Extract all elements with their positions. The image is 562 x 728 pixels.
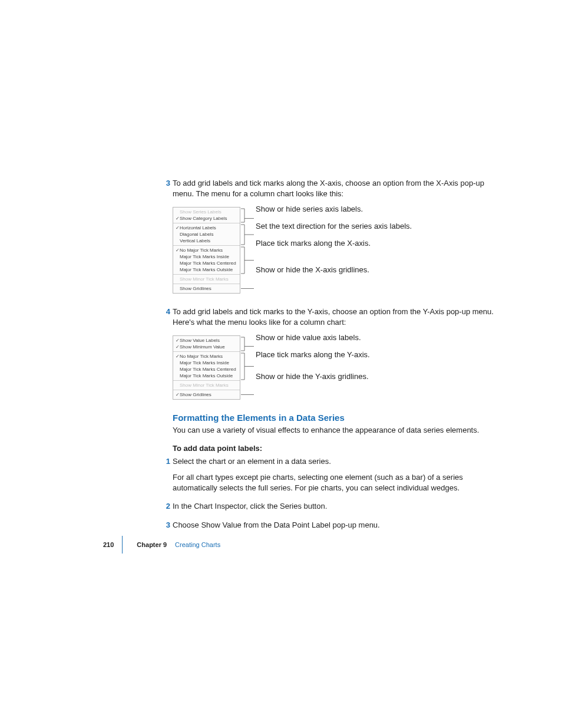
- section-heading: Formatting the Elements in a Data Series: [173, 413, 495, 423]
- menu-section: ✓Horizontal LabelsDiagonal LabelsVertica…: [173, 223, 240, 246]
- section-intro: You can use a variety of visual effects …: [173, 425, 495, 436]
- chapter-label: Chapter 9: [137, 541, 167, 548]
- menu-item[interactable]: ✓No Major Tick Marks: [173, 353, 240, 360]
- menu-item[interactable]: ✓Horizontal Labels: [173, 225, 240, 231]
- step-text: To add grid labels and tick marks along …: [173, 179, 484, 198]
- subheading: To add data point labels:: [173, 444, 495, 453]
- menu-item[interactable]: Show Gridlines: [173, 285, 240, 292]
- chapter-title: Creating Charts: [175, 541, 220, 548]
- menu-section: Show Minor Tick Marks: [173, 275, 240, 284]
- menu-item-label: Major Tick Marks Centered: [180, 260, 237, 266]
- menu-item-label: Diagonal Labels: [180, 231, 237, 238]
- menu-item-label: Show Minor Tick Marks: [180, 382, 237, 388]
- menu-item-label: Major Tick Marks Inside: [180, 360, 237, 366]
- check-icon: ✓: [175, 225, 180, 231]
- callout: Show or hide the Y-axis gridlines.: [256, 372, 370, 382]
- check-icon: ✓: [175, 344, 180, 350]
- callout: Place tick marks along the Y-axis.: [256, 350, 370, 360]
- menu-item-label: No Major Tick Marks: [180, 353, 237, 360]
- menu-item-label: Show Minimum Value: [180, 344, 237, 350]
- menu-section: ✓Show Value Labels✓Show Minimum Value: [173, 336, 240, 352]
- step-number: 1: [163, 456, 170, 467]
- menu-item-label: No Major Tick Marks: [180, 247, 237, 253]
- check-icon: ✓: [175, 391, 180, 398]
- page: 3 To add grid labels and tick marks alon…: [0, 0, 562, 728]
- x-axis-popup-menu: Show Series Labels✓Show Category Labels✓…: [173, 207, 240, 294]
- step-4: 4 To add grid labels and tick marks to t…: [173, 307, 495, 327]
- menu-item-label: Major Tick Marks Inside: [180, 253, 237, 260]
- callout: Show or hide value axis labels.: [256, 333, 370, 343]
- step-number: 3: [163, 178, 170, 189]
- menu-item[interactable]: Vertical Labels: [173, 238, 240, 244]
- menu-item-label: Major Tick Marks Centered: [180, 366, 237, 373]
- menu-item-label: Show Category Labels: [180, 215, 237, 222]
- callout: Show or hide series axis labels.: [256, 205, 412, 215]
- step-number: 3: [163, 520, 170, 531]
- figure-y-axis-menu: ✓Show Value Labels✓Show Minimum Value✓No…: [173, 335, 495, 400]
- footer-rule: [122, 536, 123, 554]
- menu-item[interactable]: Major Tick Marks Centered: [173, 260, 240, 266]
- menu-item-label: Show Value Labels: [180, 337, 237, 344]
- step-number: 4: [163, 307, 170, 317]
- step-3: 3 To add grid labels and tick marks alon…: [173, 178, 495, 199]
- menu-section: Show Series Labels✓Show Category Labels: [173, 207, 240, 223]
- menu-item-label: Show Minor Tick Marks: [180, 276, 237, 282]
- x-axis-callouts: Show or hide series axis labels. Set the…: [256, 207, 412, 275]
- figure-x-axis-menu: Show Series Labels✓Show Category Labels✓…: [173, 207, 495, 294]
- callout: Show or hide the X-axis gridlines.: [256, 265, 412, 275]
- menu-item[interactable]: ✓Show Minimum Value: [173, 344, 240, 350]
- check-icon: ✓: [175, 337, 180, 344]
- menu-item[interactable]: ✓No Major Tick Marks: [173, 247, 240, 253]
- check-icon: ✓: [175, 353, 180, 360]
- menu-item[interactable]: Major Tick Marks Outside: [173, 266, 240, 273]
- menu-item[interactable]: Diagonal Labels: [173, 231, 240, 238]
- menu-section: Show Gridlines: [173, 284, 240, 293]
- menu-item: Show Minor Tick Marks: [173, 382, 240, 388]
- menu-item[interactable]: Major Tick Marks Inside: [173, 360, 240, 366]
- check-icon: ✓: [175, 247, 180, 253]
- menu-item[interactable]: ✓Show Gridlines: [173, 391, 240, 398]
- menu-item[interactable]: Major Tick Marks Inside: [173, 253, 240, 260]
- menu-item: Show Series Labels: [173, 209, 240, 215]
- step-text: To add grid labels and tick marks to the…: [173, 307, 494, 327]
- menu-item[interactable]: ✓Show Value Labels: [173, 337, 240, 344]
- menu-wrap: Show Series Labels✓Show Category Labels✓…: [173, 207, 240, 294]
- step-3b: 3 Choose Show Value from the Data Point …: [173, 520, 495, 531]
- y-axis-popup-menu: ✓Show Value Labels✓Show Minimum Value✓No…: [173, 335, 240, 400]
- menu-item: Show Minor Tick Marks: [173, 276, 240, 282]
- page-number: 210: [103, 541, 122, 548]
- step-2: 2 In the Chart Inspector, click the Seri…: [173, 501, 495, 512]
- callout: Place tick marks along the X-axis.: [256, 239, 412, 249]
- menu-section: ✓No Major Tick MarksMajor Tick Marks Ins…: [173, 246, 240, 275]
- step-text: In the Chart Inspector, click the Series…: [173, 502, 327, 510]
- menu-item-label: Vertical Labels: [180, 238, 237, 244]
- step-1: 1 Select the chart or an element in a da…: [173, 456, 495, 467]
- menu-item[interactable]: ✓Show Category Labels: [173, 215, 240, 222]
- menu-item-label: Show Gridlines: [180, 391, 237, 398]
- menu-item-label: Horizontal Labels: [180, 225, 237, 231]
- step-number: 2: [163, 501, 170, 512]
- content-column: 3 To add grid labels and tick marks alon…: [173, 178, 495, 538]
- menu-item-label: Show Gridlines: [180, 285, 237, 292]
- menu-section: ✓Show Gridlines: [173, 390, 240, 399]
- menu-item-label: Major Tick Marks Outside: [180, 373, 237, 379]
- callout: Set the text direction for the series ax…: [256, 222, 412, 232]
- check-icon: ✓: [175, 215, 180, 222]
- menu-item-label: Show Series Labels: [180, 209, 237, 215]
- menu-item[interactable]: Major Tick Marks Outside: [173, 373, 240, 379]
- menu-item[interactable]: Major Tick Marks Centered: [173, 366, 240, 373]
- menu-wrap: ✓Show Value Labels✓Show Minimum Value✓No…: [173, 335, 240, 400]
- step-text: Select the chart or an element in a data…: [173, 457, 331, 466]
- step-1-detail: For all chart types except pie charts, s…: [173, 472, 495, 493]
- page-footer: 210 Chapter 9 Creating Charts: [103, 536, 220, 554]
- step-text: Choose Show Value from the Data Point La…: [173, 521, 380, 529]
- menu-item-label: Major Tick Marks Outside: [180, 266, 237, 273]
- menu-section: ✓No Major Tick MarksMajor Tick Marks Ins…: [173, 352, 240, 381]
- menu-section: Show Minor Tick Marks: [173, 381, 240, 390]
- y-axis-callouts: Show or hide value axis labels. Place ti…: [256, 335, 370, 382]
